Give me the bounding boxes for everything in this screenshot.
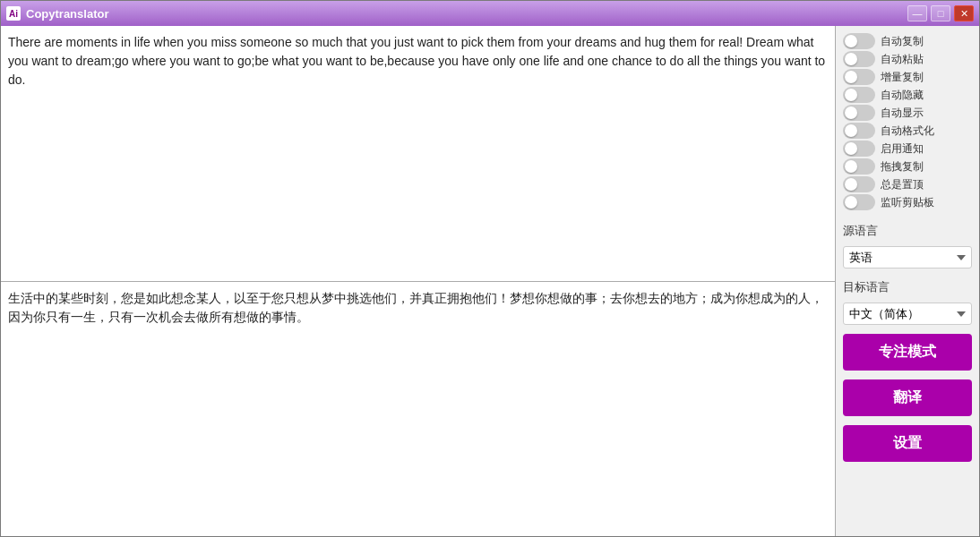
toggle-auto-show[interactable] — [843, 105, 875, 121]
target-text-area[interactable] — [1, 282, 835, 537]
toggle-label-drag-copy: 拖拽复制 — [881, 159, 924, 175]
toggle-label-always-top: 总是置顶 — [881, 177, 924, 192]
close-button[interactable]: ✕ — [954, 5, 974, 21]
toggle-label-auto-format: 自动格式化 — [881, 124, 934, 139]
toggle-row-auto-copy: 自动复制 — [843, 33, 972, 49]
toggle-row-incremental-copy: 增量复制 — [843, 69, 972, 85]
maximize-button[interactable]: □ — [931, 5, 950, 21]
window-controls: — □ ✕ — [907, 5, 974, 21]
toggle-incremental-copy[interactable] — [843, 69, 875, 85]
settings-button[interactable]: 设置 — [843, 425, 972, 462]
toggle-row-auto-format: 自动格式化 — [843, 123, 972, 139]
target-language-select[interactable]: 中文（简体）英语中文（繁体）日语韩语法语德语西班牙语 — [843, 303, 972, 325]
minimize-button[interactable]: — — [907, 5, 927, 21]
source-language-select[interactable]: 英语中文（简体）中文（繁体）日语韩语法语德语西班牙语 — [843, 246, 972, 268]
target-language-label: 目标语言 — [843, 279, 972, 295]
toggle-auto-copy[interactable] — [843, 33, 875, 49]
main-window: Ai Copytranslator — □ ✕ 自动复制自动粘贴增量复制自动隐藏… — [0, 0, 980, 537]
toggle-label-auto-show: 自动显示 — [881, 106, 924, 121]
content-area: 自动复制自动粘贴增量复制自动隐藏自动显示自动格式化启用通知拖拽复制总是置顶监听剪… — [1, 26, 979, 536]
translate-button[interactable]: 翻译 — [843, 379, 972, 416]
toggle-row-auto-hide: 自动隐藏 — [843, 87, 972, 103]
toggle-label-listen-clipboard: 监听剪贴板 — [881, 195, 934, 210]
toggle-auto-format[interactable] — [843, 123, 875, 139]
toggle-label-enable-notify: 启用通知 — [881, 141, 924, 157]
toggle-label-auto-copy: 自动复制 — [881, 34, 924, 49]
toggle-auto-hide[interactable] — [843, 87, 875, 103]
focus-mode-button[interactable]: 专注模式 — [843, 334, 972, 371]
toggle-always-top[interactable] — [843, 176, 875, 192]
title-bar-left: Ai Copytranslator — [6, 6, 108, 21]
app-icon: Ai — [6, 6, 21, 21]
toggle-row-listen-clipboard: 监听剪贴板 — [843, 194, 972, 210]
toggle-drag-copy[interactable] — [843, 158, 875, 175]
side-panel: 自动复制自动粘贴增量复制自动隐藏自动显示自动格式化启用通知拖拽复制总是置顶监听剪… — [836, 26, 979, 536]
toggle-row-always-top: 总是置顶 — [843, 176, 972, 192]
toggle-listen-clipboard[interactable] — [843, 194, 875, 210]
source-language-label: 源语言 — [843, 223, 972, 239]
main-panel — [1, 26, 836, 536]
toggle-label-auto-paste: 自动粘贴 — [881, 52, 924, 67]
toggle-label-incremental-copy: 增量复制 — [881, 70, 924, 85]
toggle-auto-paste[interactable] — [843, 51, 875, 67]
title-bar: Ai Copytranslator — □ ✕ — [1, 1, 979, 26]
window-title: Copytranslator — [26, 7, 108, 21]
toggle-label-auto-hide: 自动隐藏 — [881, 88, 924, 103]
toggle-enable-notify[interactable] — [843, 141, 875, 157]
toggle-row-auto-show: 自动显示 — [843, 105, 972, 121]
toggle-row-drag-copy: 拖拽复制 — [843, 158, 972, 175]
source-text-area[interactable] — [1, 26, 835, 282]
toggle-row-enable-notify: 启用通知 — [843, 141, 972, 157]
toggle-row-auto-paste: 自动粘贴 — [843, 51, 972, 67]
toggles-container: 自动复制自动粘贴增量复制自动隐藏自动显示自动格式化启用通知拖拽复制总是置顶监听剪… — [843, 33, 972, 212]
